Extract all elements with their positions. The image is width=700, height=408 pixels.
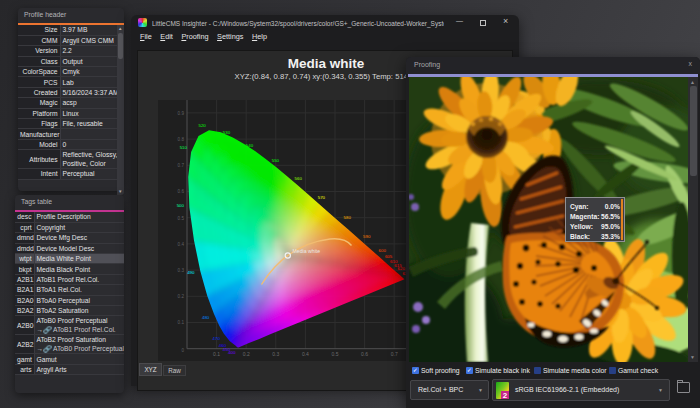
svg-text:0.2: 0.2 xyxy=(178,294,185,299)
svg-text:0.1: 0.1 xyxy=(213,351,220,357)
svg-text:0.6: 0.6 xyxy=(178,189,185,194)
svg-text:0: 0 xyxy=(181,348,184,353)
svg-text:0.1: 0.1 xyxy=(178,320,185,325)
svg-text:0.8: 0.8 xyxy=(178,137,185,142)
svg-text:0.6: 0.6 xyxy=(361,351,368,357)
svg-text:0.5: 0.5 xyxy=(332,351,339,357)
svg-text:540: 540 xyxy=(246,143,254,148)
svg-text:0.7: 0.7 xyxy=(178,163,185,168)
svg-text:0.4: 0.4 xyxy=(302,351,309,357)
svg-text:0.4: 0.4 xyxy=(178,242,185,247)
svg-text:510: 510 xyxy=(180,145,188,150)
svg-text:0.5: 0.5 xyxy=(178,216,185,221)
svg-text:600: 600 xyxy=(379,248,387,253)
svg-text:0.7: 0.7 xyxy=(391,351,398,357)
svg-text:560: 560 xyxy=(295,176,303,181)
svg-text:570: 570 xyxy=(318,195,326,200)
svg-text:2: 2 xyxy=(503,391,508,399)
svg-text:550: 550 xyxy=(272,158,280,163)
svg-text:0.2: 0.2 xyxy=(243,351,250,357)
svg-text:530: 530 xyxy=(223,130,231,135)
svg-text:580: 580 xyxy=(344,215,352,220)
svg-text:590: 590 xyxy=(363,234,371,239)
svg-text:490: 490 xyxy=(187,270,195,275)
svg-text:520: 520 xyxy=(198,123,206,128)
svg-text:480: 480 xyxy=(202,315,210,320)
svg-text:0.3: 0.3 xyxy=(272,351,279,357)
svg-text:0.9: 0.9 xyxy=(178,111,185,116)
svg-text:500: 500 xyxy=(177,203,185,208)
svg-text:0.3: 0.3 xyxy=(178,268,185,273)
svg-text:470: 470 xyxy=(213,336,221,341)
svg-text:460: 460 xyxy=(219,343,227,348)
svg-text:Media white: Media white xyxy=(293,248,321,254)
